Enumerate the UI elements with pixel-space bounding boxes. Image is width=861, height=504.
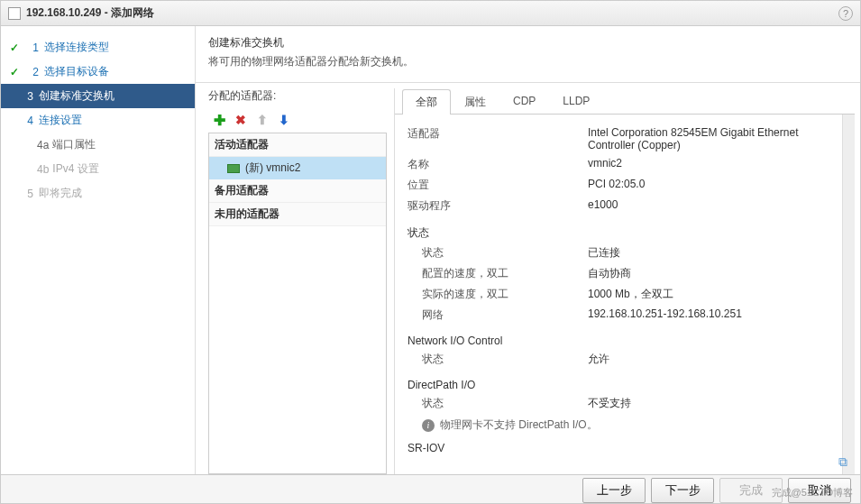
adapter-item-vmnic2[interactable]: (新) vmnic2 [209, 157, 386, 179]
act-speed-value: 1000 Mb，全双工 [588, 287, 829, 302]
driver-key: 驱动程序 [408, 198, 588, 214]
copy-icon[interactable]: ⧉ [838, 454, 847, 470]
location-value: PCI 02:05.0 [588, 178, 829, 193]
wizard-step-1[interactable]: ✓ 1 选择连接类型 [1, 35, 195, 60]
standby-adapters-header: 备用适配器 [209, 179, 386, 203]
step-title: 创建标准交换机 [208, 35, 847, 50]
driver-value: e1000 [588, 198, 829, 214]
name-value: vmnic2 [588, 157, 829, 172]
status-key: 状态 [408, 245, 588, 261]
wizard-step-label: 选择目标设备 [44, 64, 109, 79]
adapter-details: 适配器Intel Corporation 82545EM Gigabit Eth… [395, 115, 842, 474]
cancel-button[interactable]: 取消 [788, 478, 851, 503]
cfg-speed-value: 自动协商 [588, 266, 829, 281]
info-icon: i [422, 419, 435, 432]
titlebar: 192.168.10.249 - 添加网络 ? [1, 1, 860, 26]
adapter-toolbar: ✚ ✖ ⬆ ⬇ [208, 111, 387, 129]
detail-tabs: 全部 属性 CDP LLDP [395, 88, 855, 115]
help-icon[interactable]: ? [838, 6, 853, 21]
adapter-key: 适配器 [408, 126, 588, 151]
act-speed-key: 实际的速度，双工 [408, 287, 588, 302]
wizard-nav: ✓ 1 选择连接类型 ✓ 2 选择目标设备 3 创建标准交换机 4 连接设置 4… [1, 26, 195, 474]
tab-cdp[interactable]: CDP [499, 89, 549, 115]
assigned-adapters-label: 分配的适配器: [208, 88, 387, 104]
status-section: 状态 [408, 225, 829, 241]
adapter-value: Intel Corporation 82545EM Gigabit Ethern… [588, 126, 829, 151]
cfg-speed-key: 配置的速度，双工 [408, 266, 588, 281]
tab-properties[interactable]: 属性 [451, 89, 499, 115]
step-subtitle: 将可用的物理网络适配器分配给新交换机。 [208, 54, 847, 69]
check-icon: ✓ [10, 66, 21, 78]
window-title: 192.168.10.249 - 添加网络 [26, 5, 838, 21]
tab-lldp[interactable]: LLDP [549, 89, 603, 115]
wizard-step-4b: 4b IPv4 设置 [1, 157, 195, 181]
wizard-step-2[interactable]: ✓ 2 选择目标设备 [1, 60, 195, 84]
move-up-button[interactable]: ⬆ [255, 113, 270, 127]
dp-status-key: 状态 [408, 396, 588, 411]
network-value: 192.168.10.251-192.168.10.251 [588, 307, 829, 323]
active-adapters-header: 活动适配器 [209, 133, 386, 157]
wizard-step-3[interactable]: 3 创建标准交换机 [1, 84, 195, 108]
move-down-button[interactable]: ⬇ [277, 113, 291, 127]
wizard-step-label: 即将完成 [39, 186, 82, 201]
network-key: 网络 [408, 307, 588, 323]
check-icon: ✓ [10, 41, 21, 54]
wizard-step-4a: 4a 端口属性 [1, 133, 195, 157]
wizard-step-4: 4 连接设置 [1, 108, 195, 133]
wizard-step-label: 连接设置 [39, 113, 82, 128]
step-header: 创建标准交换机 将可用的物理网络适配器分配给新交换机。 [196, 26, 860, 78]
remove-button[interactable]: ✖ [234, 113, 248, 127]
unused-adapters-header: 未用的适配器 [209, 203, 386, 226]
details-scrollbar[interactable] [842, 115, 855, 474]
nioc-status-value: 允许 [588, 352, 829, 367]
directpath-section: DirectPath I/O [408, 379, 829, 391]
wizard-step-label: IPv4 设置 [52, 161, 98, 177]
location-key: 位置 [408, 178, 588, 193]
name-key: 名称 [408, 157, 588, 172]
wizard-step-label: 端口属性 [52, 137, 96, 152]
tab-all[interactable]: 全部 [402, 89, 451, 115]
host-icon [8, 7, 21, 20]
wizard-step-label: 选择连接类型 [44, 40, 109, 55]
adapter-list: 活动适配器 (新) vmnic2 备用适配器 未用的适配器 [208, 133, 387, 474]
wizard-step-5: 5 即将完成 [1, 181, 195, 206]
dp-status-value: 不受支持 [588, 396, 829, 411]
back-button[interactable]: 上一步 [582, 478, 646, 503]
nioc-section: Network I/O Control [408, 334, 829, 347]
finish-button: 完成 [719, 478, 783, 503]
dp-note: i 物理网卡不支持 DirectPath I/O。 [408, 417, 829, 433]
add-button[interactable]: ✚ [212, 113, 226, 127]
next-button[interactable]: 下一步 [651, 478, 714, 503]
adapter-item-label: (新) vmnic2 [245, 160, 300, 176]
nic-icon [227, 164, 240, 173]
wizard-step-label: 创建标准交换机 [39, 88, 114, 104]
nioc-status-key: 状态 [408, 352, 588, 367]
status-value: 已连接 [588, 245, 829, 261]
sriov-section: SR-IOV [408, 442, 829, 454]
dialog-footer: 上一步 下一步 完成 取消 完成@51CTO博客 [1, 474, 860, 504]
